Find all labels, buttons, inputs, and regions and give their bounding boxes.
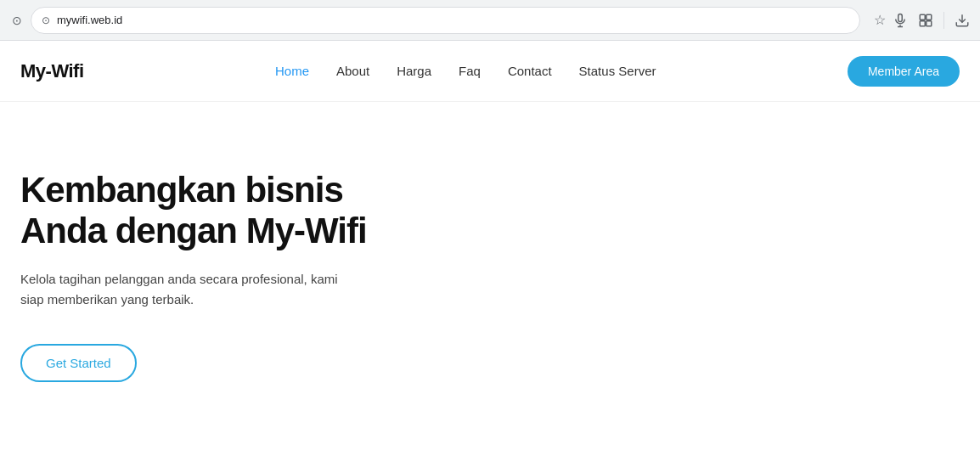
svg-rect-5 [920, 20, 925, 25]
svg-rect-0 [898, 14, 903, 21]
svg-rect-3 [920, 14, 925, 20]
browser-actions [893, 12, 970, 29]
nav-link-about[interactable]: About [336, 64, 369, 78]
nav-link-contact[interactable]: Contact [508, 64, 552, 78]
browser-chrome: ⊙ ⊙ mywifi.web.id ☆ [0, 0, 980, 41]
secure-icon: ⊙ [42, 14, 50, 26]
member-area-button[interactable]: Member Area [848, 56, 960, 87]
nav-item-home[interactable]: Home [275, 64, 309, 79]
nav-item-harga[interactable]: Harga [397, 64, 431, 79]
nav-item-about[interactable]: About [336, 64, 369, 79]
get-started-button[interactable]: Get Started [20, 344, 137, 382]
site-logo[interactable]: My-Wifi [20, 60, 84, 82]
nav-link-status-server[interactable]: Status Server [579, 64, 656, 78]
url-text: mywifi.web.id [57, 14, 849, 26]
nav-link-harga[interactable]: Harga [397, 64, 431, 78]
bookmark-icon[interactable]: ☆ [874, 12, 886, 28]
navbar: My-Wifi Home About Harga Faq Contact Sta… [0, 41, 980, 102]
svg-rect-6 [926, 20, 932, 25]
hero-title-line1: Kembangkan bisnis [20, 170, 343, 210]
hero-section: Kembangkan bisnis Anda dengan My-Wifi Ke… [0, 102, 510, 433]
extensions-icon[interactable] [918, 13, 933, 28]
nav-links: Home About Harga Faq Contact Status Serv… [275, 64, 656, 79]
svg-rect-4 [926, 14, 932, 20]
nav-item-status-server[interactable]: Status Server [579, 64, 656, 79]
nav-item-faq[interactable]: Faq [459, 64, 481, 79]
nav-link-faq[interactable]: Faq [459, 64, 481, 78]
hero-title: Kembangkan bisnis Anda dengan My-Wifi [20, 170, 489, 252]
hero-subtitle: Kelola tagihan pelanggan anda secara pro… [20, 269, 343, 310]
download-icon[interactable] [955, 13, 970, 28]
browser-tab-icon: ⊙ [10, 14, 24, 27]
address-bar[interactable]: ⊙ mywifi.web.id [31, 7, 860, 34]
mic-icon[interactable] [893, 13, 908, 28]
nav-item-contact[interactable]: Contact [508, 64, 552, 79]
nav-link-home[interactable]: Home [275, 64, 309, 78]
browser-divider [943, 12, 944, 29]
hero-title-line2: Anda dengan My-Wifi [20, 211, 367, 250]
